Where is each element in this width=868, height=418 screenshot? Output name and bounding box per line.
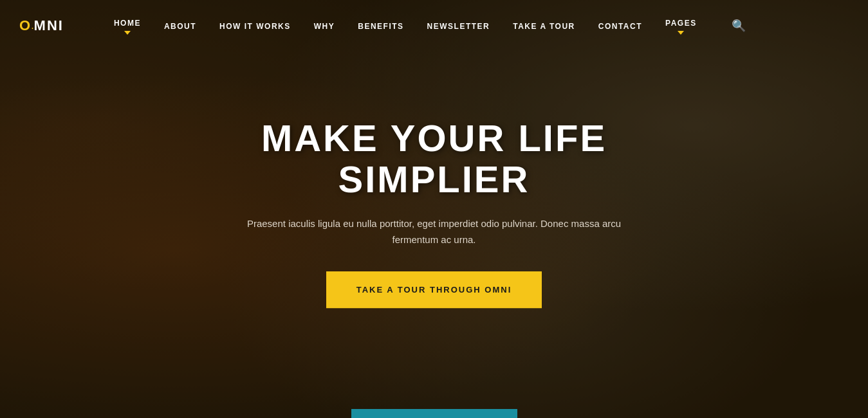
nav-search-item[interactable]: 🔍 [708,19,757,33]
nav-link-contact[interactable]: CONTACT [598,22,642,31]
nav-item-newsletter[interactable]: NEWSLETTER [416,20,502,32]
nav-link-about[interactable]: ABOUT [164,22,196,31]
hero-title: MAKE YOUR LIFE SIMPLIER [177,118,692,200]
nav-item-benefits[interactable]: BENEFITS [346,20,415,32]
nav-item-contact[interactable]: CONTACT [587,20,654,32]
hero-content: MAKE YOUR LIFE SIMPLIER Praesent iaculis… [177,118,692,308]
nav-link-home[interactable]: HOME [114,19,141,35]
nav-link-take-a-tour[interactable]: TAKE A TOUR [513,22,575,31]
logo-mni: MNI [34,17,64,34]
nav-link-how-it-works[interactable]: HOW IT WORKS [219,22,291,31]
nav-item-about[interactable]: ABOUT [152,20,208,32]
navbar: O . MNI HOME ABOUT HOW IT WORKS WHY BENE… [0,0,868,51]
nav-item-pages[interactable]: PAGES [654,17,708,35]
nav-link-newsletter[interactable]: NEWSLETTER [427,22,490,31]
nav-link-why[interactable]: WHY [314,22,335,31]
search-icon[interactable]: 🔍 [720,19,746,32]
logo-letter-o: O [19,17,31,34]
nav-links: HOME ABOUT HOW IT WORKS WHY BENEFITS NEW… [102,17,849,35]
nav-item-why[interactable]: WHY [302,20,347,32]
nav-link-pages[interactable]: PAGES [665,19,697,35]
logo[interactable]: O . MNI [19,17,64,34]
nav-item-take-a-tour[interactable]: TAKE A TOUR [501,20,587,32]
bottom-bar [351,409,517,418]
hero-subtitle: Praesent iaculis ligula eu nulla porttit… [235,215,634,248]
hero-section: O . MNI HOME ABOUT HOW IT WORKS WHY BENE… [0,0,868,418]
cta-button[interactable]: TAKE A TOUR THROUGH OMNI [326,271,542,308]
nav-item-home[interactable]: HOME [102,17,152,35]
nav-link-benefits[interactable]: BENEFITS [358,22,403,31]
nav-item-how-it-works[interactable]: HOW IT WORKS [208,20,302,32]
